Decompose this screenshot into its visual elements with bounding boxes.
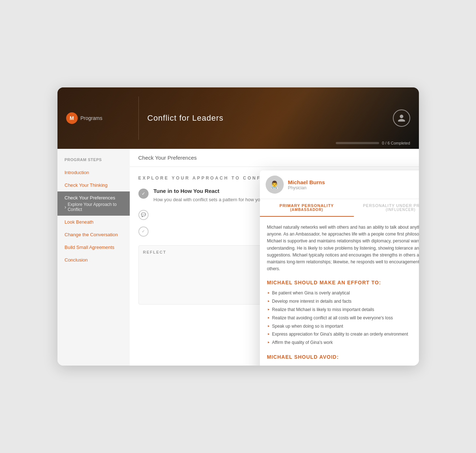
person-name: Michael Burns (288, 179, 419, 185)
main-content: Check Your Preferences Explore Your Appr… (130, 149, 419, 366)
person-header: 👨‍⚕️ Michael Burns Physician ▲ ▼ (260, 171, 419, 199)
logo-area: M Programs (66, 112, 138, 124)
tabs: PRIMARY PERSONALITY (AMBASSADOR) PERSONA… (260, 199, 419, 217)
avatar: 👨‍⚕️ (266, 176, 284, 194)
person-job-title: Physician (288, 185, 419, 190)
sidebar-item-conclusion[interactable]: Conclusion (57, 254, 130, 266)
effort-item-7: Affirm the quality of Gina's work (267, 338, 419, 347)
tab-pressure-label: PERSONALITY UNDER PRESSURE (360, 203, 419, 208)
content-header: Check Your Preferences (130, 149, 419, 167)
sidebar-item-introduction[interactable]: Introduction (57, 166, 130, 179)
effort-item-5: Speak up when doing so is important (267, 322, 419, 331)
effort-item-1: Be patient when Gina is overly analytica… (267, 289, 419, 297)
effort-item-4: Realize that avoiding conflict at all co… (267, 314, 419, 322)
effort-item-2: Develop more interest in details and fac… (267, 297, 419, 306)
step-circle-1 (138, 189, 149, 199)
progress-text: 0 / 6 Completed (382, 141, 410, 145)
sidebar-item-check-preferences[interactable]: Check Your Preferences Explore Your Appr… (57, 191, 130, 216)
tab-primary[interactable]: PRIMARY PERSONALITY (AMBASSADOR) (260, 199, 354, 217)
logo-icon: M (66, 112, 78, 124)
sidebar-item-label-active: Check Your Preferences (65, 195, 123, 200)
hero-icon-area (393, 109, 410, 127)
sidebar-item-look-beneath[interactable]: Look Beneath (57, 216, 130, 228)
should-avoid-title: MICHAEL SHOULD AVOID: (267, 354, 419, 360)
hero-section: M Programs Conflict for Leaders 0 / 6 Co… (57, 87, 419, 149)
should-avoid-list: Becoming impatient with Gina's analysis … (267, 363, 419, 366)
progress-area: 0 / 6 Completed (336, 141, 410, 145)
progress-bar (336, 142, 379, 144)
step-circle-2 (138, 210, 149, 220)
step-circle-3 (138, 226, 149, 237)
effort-item-3: Realize that Michael is likely to miss i… (267, 306, 419, 314)
tab-pressure-sub: (INFLUENCER) (360, 208, 419, 212)
card-body: Michael naturally networks well with oth… (260, 217, 419, 366)
bio-text: Michael naturally networks well with oth… (267, 224, 419, 272)
avoid-item-1: Becoming impatient with Gina's analysis … (267, 363, 419, 366)
sidebar-item-check-thinking[interactable]: Check Your Thinking (57, 179, 130, 191)
floating-card: 👨‍⚕️ Michael Burns Physician ▲ ▼ PRIMARY… (260, 171, 419, 366)
effort-item-6: Express appreciation for Gina's ability … (267, 330, 419, 338)
tab-primary-sub: (AMBASSADOR) (266, 208, 348, 212)
sidebar-sub-item: Explore Your Approach to Conflict (65, 200, 123, 212)
person-svg (397, 114, 406, 122)
main-container: M Programs Conflict for Leaders 0 / 6 Co… (57, 87, 419, 366)
sidebar-item-build-agreements[interactable]: Build Small Agreements (57, 241, 130, 254)
person-info: Michael Burns Physician (288, 179, 419, 190)
logo-text: Programs (81, 115, 103, 121)
person-icon (393, 109, 410, 127)
tab-primary-label: PRIMARY PERSONALITY (266, 203, 348, 208)
sidebar: Program Steps Introduction Check Your Th… (57, 149, 130, 366)
should-make-effort-title: MICHAEL SHOULD MAKE AN EFFORT TO: (267, 280, 419, 285)
should-make-effort-list: Be patient when Gina is overly analytica… (267, 289, 419, 347)
tab-pressure[interactable]: PERSONALITY UNDER PRESSURE (INFLUENCER) (354, 199, 419, 217)
sidebar-heading: Program Steps (57, 155, 130, 166)
hero-title: Conflict for Leaders (147, 113, 393, 123)
sidebar-item-change-conversation[interactable]: Change the Conversation (57, 228, 130, 241)
main-layout: Program Steps Introduction Check Your Th… (57, 149, 419, 366)
